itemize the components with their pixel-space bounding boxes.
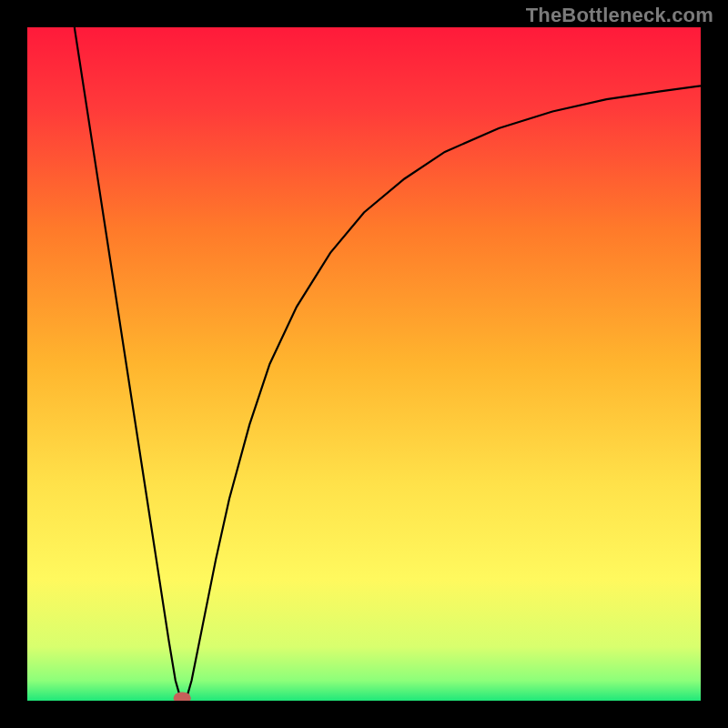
chart-svg: [27, 27, 701, 701]
watermark-text: TheBottleneck.com: [526, 4, 713, 27]
gradient-background: [27, 27, 701, 701]
chart-frame: TheBottleneck.com: [0, 0, 728, 728]
plot-area: [27, 27, 701, 701]
